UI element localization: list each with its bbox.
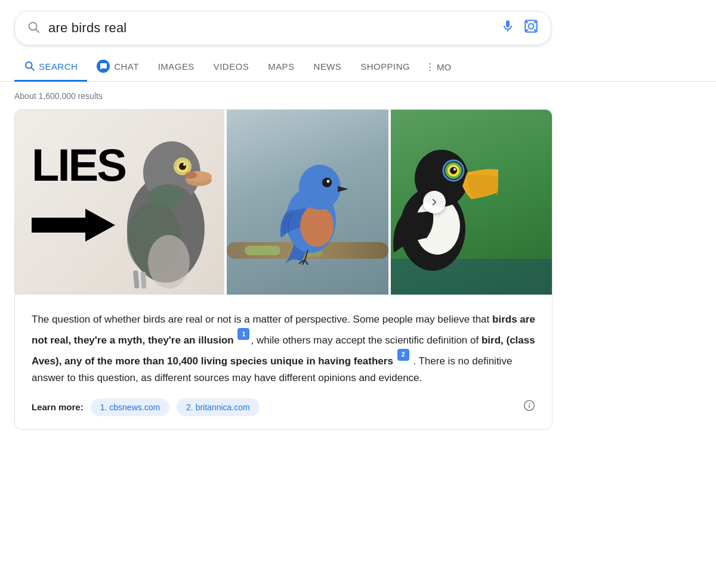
- svg-point-17: [183, 163, 185, 166]
- svg-point-30: [326, 180, 329, 183]
- svg-point-23: [147, 235, 189, 289]
- search-bar-actions: [501, 18, 539, 38]
- tab-search-label: SEARCH: [39, 61, 78, 72]
- description-text: The question of whether birds are real o…: [32, 311, 535, 386]
- desc-part-1: The question of whether birds are real o…: [32, 314, 492, 325]
- desc-space-2: [393, 355, 396, 367]
- learn-more-row: Learn more: 1. cbsnews.com 2. britannica…: [15, 398, 552, 429]
- results-count: About 1,600,000 results: [14, 91, 553, 101]
- tab-chat[interactable]: CHAT: [87, 51, 149, 82]
- bluebird-svg: [260, 134, 356, 267]
- svg-rect-24: [132, 270, 139, 289]
- tab-images[interactable]: IMAGES: [149, 53, 204, 81]
- pigeon-svg: [101, 110, 225, 295]
- tab-shopping[interactable]: SHOPPING: [351, 53, 419, 81]
- source-cbsnews[interactable]: 1. cbsnews.com: [91, 398, 169, 416]
- tab-chat-label: CHAT: [114, 61, 139, 72]
- tab-maps-label: MAPS: [268, 61, 294, 72]
- description-area: The question of whether birds are real o…: [15, 295, 552, 398]
- svg-line-1: [36, 29, 39, 32]
- learn-more-label: Learn more:: [32, 402, 84, 412]
- image-pigeon[interactable]: LIES: [15, 110, 224, 295]
- search-bar: are birds real: [14, 11, 551, 45]
- tab-images-label: IMAGES: [158, 61, 195, 72]
- search-query-text[interactable]: are birds real: [48, 20, 495, 36]
- mic-icon[interactable]: [501, 19, 515, 37]
- next-image-button[interactable]: [423, 191, 446, 213]
- citation-2[interactable]: 2: [397, 349, 409, 361]
- svg-rect-25: [140, 272, 146, 289]
- images-row: LIES: [15, 110, 552, 295]
- image-toucan[interactable]: [391, 110, 552, 295]
- search-tab-icon: [24, 60, 35, 73]
- svg-line-33: [305, 260, 308, 265]
- tab-news[interactable]: NEWS: [304, 53, 351, 81]
- svg-point-29: [322, 178, 332, 187]
- svg-line-9: [31, 67, 33, 70]
- tab-news-label: NEWS: [314, 61, 342, 72]
- tab-more-label: MO: [437, 62, 451, 72]
- tab-videos-label: VIDEOS: [214, 61, 249, 72]
- svg-point-41: [453, 168, 456, 171]
- svg-point-40: [450, 167, 457, 174]
- svg-point-28: [299, 165, 341, 210]
- lens-icon[interactable]: [523, 18, 539, 38]
- tab-shopping-label: SHOPPING: [360, 61, 410, 72]
- image-bluebird[interactable]: [227, 110, 388, 295]
- search-bar-container: are birds real: [0, 0, 716, 45]
- svg-point-22: [147, 185, 183, 207]
- tab-search[interactable]: SEARCH: [14, 52, 87, 82]
- results-container: About 1,600,000 results LIES: [0, 82, 567, 440]
- tab-more[interactable]: ⋮ MO: [419, 53, 457, 79]
- tab-videos[interactable]: VIDEOS: [204, 53, 258, 81]
- more-dots-icon: ⋮: [425, 61, 434, 72]
- svg-point-27: [300, 205, 334, 247]
- svg-point-20: [184, 172, 196, 179]
- search-icon: [27, 20, 40, 36]
- chat-icon: [97, 60, 110, 73]
- info-icon[interactable]: [523, 400, 535, 414]
- desc-part-3: , while others may accept the scientific…: [251, 335, 481, 346]
- tab-maps[interactable]: MAPS: [258, 53, 304, 81]
- nav-tabs: SEARCH CHAT IMAGES VIDEOS MAPS NEWS SHOP…: [0, 51, 716, 82]
- svg-point-3: [529, 24, 534, 29]
- knowledge-card: LIES: [14, 109, 553, 430]
- citation-1[interactable]: 1: [237, 328, 249, 340]
- source-britannica[interactable]: 2. britannica.com: [177, 398, 260, 416]
